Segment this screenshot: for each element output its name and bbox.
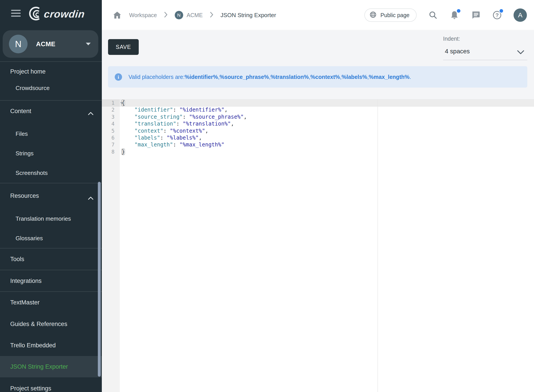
sidebar-item-label: Guides & References bbox=[10, 321, 67, 327]
sidebar-item-label: Trello Embedded bbox=[10, 342, 56, 349]
code-line[interactable]: { bbox=[120, 100, 534, 107]
search-button[interactable] bbox=[428, 10, 438, 20]
public-page-button[interactable]: Public page bbox=[364, 9, 417, 22]
sidebar-item-glossaries[interactable]: Glossaries bbox=[0, 228, 102, 249]
code-token bbox=[122, 142, 135, 148]
sidebar-item-integrations[interactable]: Integrations bbox=[0, 270, 102, 292]
placeholder-token: %labels% bbox=[342, 74, 367, 80]
code-token bbox=[122, 135, 135, 141]
user-avatar[interactable]: A bbox=[514, 9, 527, 22]
workspace-name: ACME bbox=[36, 30, 55, 58]
sidebar-item-label: Resources bbox=[10, 192, 39, 199]
svg-text:?: ? bbox=[496, 12, 499, 18]
json-key-token: "source_string" bbox=[135, 114, 183, 120]
sidebar-item-label: Project settings bbox=[10, 385, 51, 392]
notifications-button[interactable] bbox=[450, 10, 459, 20]
sidebar-item-textmaster[interactable]: TextMaster bbox=[0, 292, 102, 313]
sidebar-item-label: Content bbox=[10, 108, 31, 115]
code-line[interactable]: "source_string": "%source_phrase%", bbox=[120, 114, 534, 121]
indent-select[interactable]: 4 spaces bbox=[443, 45, 527, 60]
header-actions: Public page bbox=[364, 0, 527, 30]
sidebar-item-resources[interactable]: Resources bbox=[0, 185, 102, 206]
messages-button[interactable] bbox=[471, 10, 481, 20]
sidebar-item-crowdsource[interactable]: Crowdsource bbox=[0, 77, 102, 99]
line-number: 4 bbox=[102, 121, 120, 127]
code-line[interactable]: } bbox=[120, 149, 534, 155]
workspace-switcher[interactable]: N ACME bbox=[3, 30, 98, 58]
code-line[interactable]: "max_length": "%max_length%" bbox=[120, 141, 534, 148]
code-editor[interactable]: 12345678 { "identifier": "%identifier%",… bbox=[102, 99, 534, 392]
sidebar-item-tools[interactable]: Tools bbox=[0, 248, 102, 270]
project-badge: N bbox=[175, 11, 183, 19]
code-token bbox=[122, 121, 135, 127]
sidebar-item-content[interactable]: Content bbox=[0, 100, 102, 122]
crowdin-logo-mark-icon bbox=[28, 6, 43, 22]
sidebar-item-translation-memories[interactable]: Translation memories bbox=[0, 208, 102, 229]
page-title: JSON String Exporter bbox=[220, 12, 276, 19]
info-banner: i Valid placeholders are: %identifier%, … bbox=[108, 66, 527, 88]
placeholder-token: %identifier% bbox=[184, 74, 218, 80]
save-button[interactable]: SAVE bbox=[108, 39, 139, 55]
sidebar: crowdin N ACME Project homeCrowdsourceCo… bbox=[0, 0, 102, 392]
json-value-token: "%max_length%" bbox=[179, 142, 224, 148]
menu-hamburger-icon[interactable] bbox=[11, 10, 21, 17]
placeholder-token: %max_length% bbox=[369, 74, 409, 80]
sidebar-item-files[interactable]: Files bbox=[0, 123, 102, 145]
sidebar-item-label: TextMaster bbox=[10, 299, 40, 306]
sidebar-item-label: Glossaries bbox=[16, 235, 43, 242]
help-button[interactable]: ? bbox=[492, 10, 502, 20]
indent-control: Indent: 4 spaces bbox=[443, 33, 527, 60]
line-number: 7 bbox=[102, 141, 120, 148]
line-number: 8 bbox=[102, 149, 120, 155]
crowdin-logo[interactable]: crowdin bbox=[28, 6, 85, 22]
json-key-token: "translation" bbox=[135, 121, 176, 127]
sidebar-item-trello-embedded[interactable]: Trello Embedded bbox=[0, 335, 102, 356]
info-banner-text: Valid placeholders are: %identifier%, %s… bbox=[128, 66, 411, 88]
breadcrumb: Workspace N ACME JSON String Exporter bbox=[112, 0, 276, 30]
indent-select-value: 4 spaces bbox=[443, 45, 527, 55]
crowdin-logo-text: crowdin bbox=[43, 8, 85, 20]
placeholder-token: %translation% bbox=[271, 74, 309, 80]
code-token bbox=[122, 114, 135, 120]
code-lines[interactable]: { "identifier": "%identifier%", "source_… bbox=[120, 100, 534, 155]
chevron-down-icon bbox=[517, 50, 524, 55]
code-token: , bbox=[231, 121, 234, 127]
code-token: : bbox=[173, 142, 179, 148]
sidebar-item-guides-references[interactable]: Guides & References bbox=[0, 313, 102, 335]
line-number: 5 bbox=[102, 128, 120, 135]
json-value-token: "%context%" bbox=[170, 128, 205, 134]
sidebar-item-json-string-exporter[interactable]: JSON String Exporter bbox=[0, 356, 102, 377]
code-line[interactable]: "translation": "%translation%", bbox=[120, 121, 534, 127]
info-icon: i bbox=[115, 73, 122, 81]
chevron-up-icon bbox=[88, 110, 93, 117]
home-icon[interactable] bbox=[112, 10, 122, 20]
sidebar-item-screenshots[interactable]: Screenshots bbox=[0, 162, 102, 184]
sidebar-scrollbar-thumb[interactable] bbox=[98, 182, 101, 377]
code-token: : bbox=[163, 128, 170, 134]
code-token: : bbox=[160, 135, 167, 141]
indent-label: Indent: bbox=[443, 33, 527, 42]
public-page-label: Public page bbox=[380, 12, 409, 19]
sidebar-item-project-settings[interactable]: Project settings bbox=[0, 378, 102, 392]
sidebar-item-label: Tools bbox=[10, 256, 24, 263]
code-line[interactable]: "labels": "%labels%", bbox=[120, 135, 534, 141]
chevron-right-icon bbox=[210, 12, 213, 19]
json-value-token: "%identifier%" bbox=[179, 107, 224, 113]
breadcrumb-project[interactable]: N ACME bbox=[175, 11, 203, 19]
json-value-token: "%source_phrase%" bbox=[189, 114, 244, 120]
line-numbers: 12345678 bbox=[102, 100, 120, 155]
code-token: : bbox=[176, 121, 183, 127]
code-line[interactable]: "identifier": "%identifier%", bbox=[120, 107, 534, 113]
workspace-avatar: N bbox=[9, 35, 28, 53]
breadcrumb-workspace[interactable]: Workspace bbox=[129, 12, 157, 19]
code-token bbox=[122, 107, 135, 113]
sidebar-item-strings[interactable]: Strings bbox=[0, 143, 102, 164]
json-key-token: "max_length" bbox=[135, 142, 173, 148]
json-value-token: "%labels%" bbox=[167, 135, 199, 141]
chevron-up-icon bbox=[88, 194, 93, 201]
code-token: , bbox=[199, 135, 202, 141]
main-content: SAVE Indent: 4 spaces i Valid placeholde… bbox=[102, 30, 534, 392]
fold-arrow-icon[interactable] bbox=[120, 102, 123, 104]
code-line[interactable]: "context": "%context%", bbox=[120, 128, 534, 135]
code-token: , bbox=[224, 107, 227, 113]
